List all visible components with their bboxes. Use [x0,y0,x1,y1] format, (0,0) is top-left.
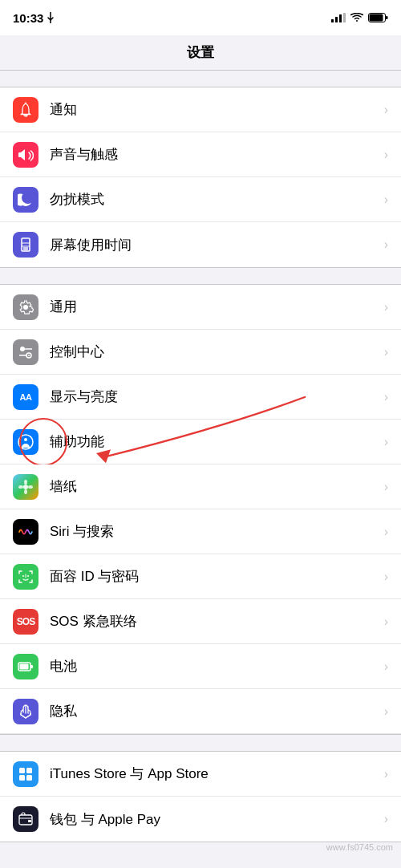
svg-rect-1 [335,17,338,22]
dnd-icon [13,187,38,213]
status-icons [331,13,388,22]
settings-row-sos[interactable]: SOS SOS 紧急联络 › [0,599,401,644]
settings-row-screentime[interactable]: 屏幕使用时间 › [0,222,401,267]
nav-bar: 设置 [0,35,401,71]
svg-point-22 [27,575,29,577]
control-label: 控制中心 [50,343,378,361]
svg-point-17 [24,480,27,485]
chevron-icon: › [384,103,388,117]
settings-row-faceid[interactable]: 面容 ID 与密码 › [0,554,401,599]
chevron-icon: › [384,525,388,539]
section-group-2: 通用 › 控制中心 › AA 显示与亮度 › [0,284,401,735]
dnd-label: 勿扰模式 [50,190,378,209]
svg-rect-26 [20,663,29,669]
notifications-icon [13,97,38,123]
svg-point-16 [23,485,28,489]
chevron-icon: › [384,435,388,449]
location-icon [47,12,55,23]
chevron-icon: › [384,570,388,584]
sound-icon [13,142,38,168]
svg-rect-30 [19,775,25,781]
wallet-label: 钱包 与 Apple Pay [50,810,378,829]
svg-point-11 [28,355,30,356]
person-circle-icon [18,434,34,450]
svg-rect-2 [339,14,342,22]
faceid-icon [13,564,38,590]
svg-rect-0 [331,19,334,22]
svg-rect-3 [343,13,346,22]
face-scan-icon [18,569,34,585]
speaker-icon [18,147,34,163]
status-bar: 10:33 [0,0,401,35]
chevron-icon: › [384,704,388,719]
chevron-icon: › [384,193,388,207]
sound-label: 声音与触感 [50,145,378,164]
section-group-1: 通知 › 声音与触感 › 勿扰模式 › [0,87,401,268]
general-icon [13,294,38,320]
svg-rect-31 [26,775,32,781]
section-group-3: iTunes Store 与 App Store › 钱包 与 Apple Pa… [0,751,401,842]
svg-rect-33 [28,820,31,822]
section-spacer-3 [0,735,401,751]
gear-icon [18,299,34,315]
settings-row-sound[interactable]: 声音与触感 › [0,132,401,177]
settings-row-wallet[interactable]: 钱包 与 Apple Pay › [0,797,401,842]
svg-rect-8 [23,247,28,250]
settings-row-battery[interactable]: 电池 › [0,644,401,689]
chevron-icon: › [384,300,388,314]
chevron-icon: › [384,767,388,781]
chevron-icon: › [384,480,388,494]
settings-row-siri[interactable]: Siri 与搜索 › [0,509,401,554]
settings-row-notifications[interactable]: 通知 › [0,87,401,132]
siri-wave-icon [18,524,34,540]
settings-row-privacy[interactable]: 隐私 › [0,689,401,734]
faceid-label: 面容 ID 与密码 [50,567,378,586]
settings-row-display[interactable]: AA 显示与亮度 › [0,375,401,420]
battery-label: 电池 [50,657,378,675]
chevron-icon: › [384,148,388,162]
appstore-icon [18,766,34,782]
settings-row-general[interactable]: 通用 › [0,285,401,330]
svg-rect-6 [370,14,383,22]
siri-icon [13,519,38,545]
display-icon: AA [13,384,38,410]
settings-row-itunes[interactable]: iTunes Store 与 App Store › [0,752,401,797]
svg-point-15 [24,438,27,441]
sos-icon: SOS [13,609,38,635]
display-label: 显示与亮度 [50,387,378,406]
general-label: 通用 [50,298,378,316]
wallpaper-label: 墙纸 [50,477,378,496]
battery-row-icon [13,654,38,679]
chevron-icon: › [384,812,388,826]
watermark: www.fs0745.com [326,842,393,852]
privacy-icon [13,699,38,724]
svg-point-18 [24,489,27,494]
accessibility-icon [13,429,38,455]
moon-icon [18,192,34,208]
chevron-icon: › [384,614,388,629]
wallet-icon [13,806,38,832]
hand-icon [18,704,34,720]
wallet-svg-icon [18,811,34,827]
svg-point-9 [20,347,25,351]
hourglass-icon [18,237,34,253]
page-title: 设置 [187,43,214,62]
itunes-label: iTunes Store 与 App Store [50,765,378,783]
svg-point-21 [22,575,24,577]
settings-row-accessibility[interactable]: 辅助功能 › [0,420,401,464]
svg-rect-25 [30,665,33,668]
settings-row-dnd[interactable]: 勿扰模式 › [0,177,401,222]
settings-row-wallpaper[interactable]: 墙纸 › [0,464,401,509]
chevron-icon: › [384,390,388,404]
chevron-icon: › [384,345,388,359]
chevron-icon: › [384,237,388,252]
svg-rect-28 [19,768,25,773]
battery-green-icon [18,659,34,675]
wifi-icon [350,13,363,22]
flower-icon [18,479,34,495]
svg-rect-5 [386,16,388,19]
accessibility-label: 辅助功能 [50,432,378,451]
settings-row-control[interactable]: 控制中心 › [0,330,401,375]
svg-point-20 [28,485,33,489]
sos-label: SOS 紧急联络 [50,612,378,631]
